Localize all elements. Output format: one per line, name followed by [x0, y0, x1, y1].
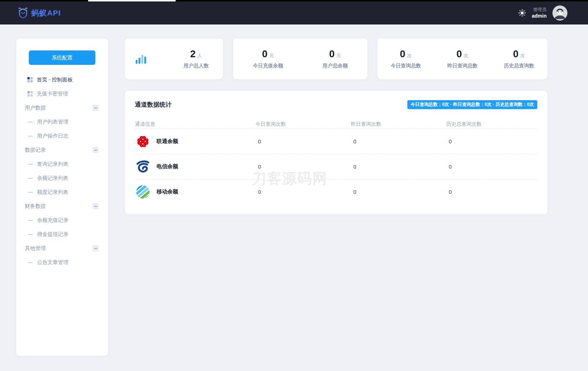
stat-total-users: 2人 用户总人数 [184, 49, 209, 69]
channel-stats-panel: 刀客源码网 通道数据统计 今日查询总数：0次 · 昨日查询总数：0次 · 历史总… [125, 91, 547, 214]
stat-value: 0元 [253, 49, 283, 60]
dash-icon [28, 164, 33, 165]
sidebar-item-label: 查询记录列表 [37, 161, 68, 167]
sidebar-item-balance-records[interactable]: 余额记录列表 [16, 171, 108, 185]
stat-label: 今日充值余额 [253, 63, 283, 69]
china-telecom-logo [135, 159, 151, 175]
sidebar-section-data-records[interactable]: 数据记录 [16, 143, 108, 157]
panel-header: 通道数据统计 今日查询总数：0次 · 昨日查询总数：0次 · 历史总查询数：0次 [135, 100, 537, 109]
ant-shield-icon [18, 7, 28, 19]
top-edge-strip [0, 0, 588, 1]
sidebar-item-withdraw-records[interactable]: 佣金提现记录 [16, 227, 108, 241]
dash-icon [28, 220, 33, 221]
sidebar-item-label: 用户列表管理 [37, 119, 68, 125]
dash-icon [28, 192, 33, 193]
stat-today-queries: 0次 今日查询总数 [391, 49, 421, 69]
stat-yesterday-queries: 0次 昨日查询总数 [447, 49, 478, 69]
collapse-minus-icon[interactable] [92, 203, 99, 209]
sidebar-item-article-manage[interactable]: 公告文章管理 [16, 255, 108, 269]
sidebar-section-finance-data[interactable]: 财务数据 [16, 199, 108, 213]
stat-value: 0次 [391, 49, 421, 60]
sidebar-section-user-data[interactable]: 用户数据 [16, 101, 108, 115]
sidebar-menu: 首页 - 控制面板 充值卡密管理 用户数据 用户列表管理 用户操作日志 [16, 73, 108, 269]
grid-icon [27, 77, 33, 82]
dash-icon [28, 122, 33, 122]
stat-unit: 元 [336, 53, 341, 58]
column-header-channel: 通道信息 [135, 121, 255, 128]
sidebar-item-label: 公告文章管理 [37, 259, 68, 266]
panel-title: 通道数据统计 [135, 100, 172, 109]
stat-label: 用户总余额 [322, 63, 348, 69]
stat-value: 0次 [447, 49, 478, 60]
collapse-minus-icon[interactable] [92, 105, 99, 111]
table-row-telecom: 电信余额 0 0 0 [135, 154, 537, 179]
total-count: 0 [446, 189, 537, 195]
sidebar-item-dashboard[interactable]: 首页 - 控制面板 [16, 73, 108, 87]
channel-cell: 移动余额 [135, 184, 255, 200]
sidebar-item-label: 余额记录列表 [37, 175, 68, 182]
app-header: 蚂蚁API 管理员 admin [0, 1, 588, 24]
stat-value: 0元 [322, 49, 348, 60]
stat-value: 2人 [184, 49, 209, 60]
china-mobile-logo [135, 184, 151, 200]
stat-label: 今日查询总数 [391, 63, 421, 69]
sidebar-section-label: 财务数据 [25, 203, 46, 210]
sidebar-item-label: 充值卡密管理 [37, 90, 68, 97]
stat-unit: 次 [464, 53, 469, 58]
column-header-yesterday: 昨日查询次数 [351, 121, 446, 128]
collapse-minus-icon[interactable] [92, 147, 99, 153]
query-summary-badge: 今日查询总数：0次 · 昨日查询总数：0次 · 历史总查询数：0次 [407, 100, 537, 109]
system-config-button[interactable]: 系统配置 [29, 50, 95, 65]
stat-label: 历史总查询数 [504, 63, 534, 69]
total-count: 0 [446, 139, 537, 144]
main-content: 2人 用户总人数 0元 今日充值余额 0元 用户总余额 0次 今日查询总数 0次… [125, 39, 547, 214]
dash-icon [28, 262, 33, 263]
channel-cell: 电信余额 [135, 159, 255, 175]
sidebar-item-quota-records[interactable]: 额度记录列表 [16, 185, 108, 199]
sidebar-item-label: 用户操作日志 [37, 133, 68, 139]
stat-unit: 次 [520, 53, 525, 58]
sidebar-section-other-manage[interactable]: 其他管理 [16, 241, 108, 255]
table-header-row: 通道信息 今日查询次数 昨日查询次数 历史总查询次数 [135, 120, 537, 129]
yesterday-count: 0 [351, 189, 446, 195]
sidebar-item-user-log[interactable]: 用户操作日志 [16, 129, 108, 143]
sidebar-item-recharge-records[interactable]: 余额充值记录 [16, 213, 108, 227]
stat-value: 0次 [504, 49, 534, 60]
user-meta[interactable]: 管理员 admin [532, 7, 547, 19]
dash-icon [28, 178, 33, 179]
header-right: 管理员 admin [518, 5, 567, 21]
stat-unit: 人 [198, 53, 202, 58]
stat-history-queries: 0次 历史总查询数 [504, 49, 534, 69]
dash-icon [28, 234, 33, 235]
today-count: 0 [255, 189, 351, 195]
bar-chart-icon [135, 54, 147, 64]
sidebar: 系统配置 首页 - 控制面板 充值卡 [16, 39, 108, 356]
column-header-today: 今日查询次数 [255, 121, 351, 128]
stat-card-balance: 0元 今日充值余额 0元 用户总余额 [233, 39, 367, 79]
sidebar-item-card-manage[interactable]: 充值卡密管理 [16, 87, 108, 101]
sidebar-item-label: 佣金提现记录 [37, 231, 68, 238]
user-name: admin [532, 13, 547, 19]
stat-total-balance: 0元 用户总余额 [322, 49, 348, 69]
yesterday-count: 0 [351, 164, 446, 170]
channel-name: 联通余额 [157, 138, 178, 145]
sidebar-item-query-records[interactable]: 查询记录列表 [16, 157, 108, 171]
channel-name: 移动余额 [157, 188, 178, 195]
avatar[interactable] [552, 5, 567, 21]
theme-toggle-sun-icon[interactable] [518, 9, 526, 17]
sidebar-item-label: 首页 - 控制面板 [37, 76, 73, 83]
today-count: 0 [255, 164, 351, 170]
grid-icon [27, 91, 33, 97]
sidebar-section-label: 数据记录 [25, 147, 46, 153]
app-title: 蚂蚁API [31, 8, 61, 18]
sidebar-item-user-list[interactable]: 用户列表管理 [16, 115, 108, 129]
stat-cards: 2人 用户总人数 0元 今日充值余额 0元 用户总余额 0次 今日查询总数 0次… [125, 39, 547, 79]
stat-card-users: 2人 用户总人数 [125, 39, 223, 79]
total-count: 0 [446, 164, 537, 170]
sidebar-section-label: 其他管理 [25, 245, 46, 252]
sidebar-section-label: 用户数据 [25, 104, 46, 111]
collapse-minus-icon[interactable] [92, 245, 99, 251]
app-logo[interactable]: 蚂蚁API [18, 7, 61, 19]
stat-unit: 元 [269, 53, 274, 58]
stat-card-queries: 0次 今日查询总数 0次 昨日查询总数 0次 历史总查询数 [377, 39, 547, 79]
